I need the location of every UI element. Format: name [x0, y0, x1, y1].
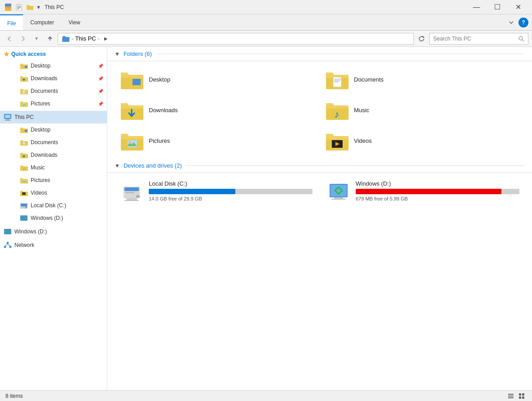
sidebar-item-desktop-pc[interactable]: Desktop: [0, 123, 107, 136]
tab-file[interactable]: File: [0, 14, 23, 30]
file-icon: [4, 3, 13, 12]
drive-item-c[interactable]: Local Disk (C:) 14.0 GB free of 29.9 GB: [115, 177, 318, 207]
music-icon-pc: ♪: [20, 164, 28, 172]
title-bar: ▼ This PC — ☐ ✕: [0, 0, 532, 14]
view-details-button[interactable]: [506, 391, 516, 401]
sidebar-item-pictures-qa[interactable]: Pictures 📌: [0, 97, 107, 110]
drives-section-title: Devices and drives (2): [124, 162, 182, 169]
sidebar-section-this-pc: This PC Desktop Documents Downloads: [0, 111, 107, 224]
minimize-button[interactable]: —: [466, 0, 487, 14]
folder-name-documents: Documents: [354, 76, 384, 83]
recent-locations-button[interactable]: ▼: [31, 33, 42, 45]
svg-rect-4: [17, 7, 21, 8]
svg-rect-29: [20, 215, 28, 221]
folder-name-music: Music: [354, 107, 369, 114]
folder-item-music[interactable]: ♪ Music: [320, 96, 525, 124]
drives-chevron-icon: ▼: [115, 163, 120, 169]
svg-rect-17: [6, 119, 9, 120]
sidebar-item-this-pc[interactable]: This PC: [0, 111, 107, 123]
close-button[interactable]: ✕: [508, 0, 528, 14]
folder-name-downloads: Downloads: [149, 107, 178, 114]
svg-rect-19: [25, 130, 27, 132]
svg-rect-50: [124, 200, 139, 201]
search-input[interactable]: [433, 36, 516, 42]
address-path[interactable]: › This PC › ▶: [58, 33, 414, 45]
sidebar-label-documents-pc: Documents: [31, 139, 58, 146]
new-folder-icon[interactable]: [25, 3, 34, 12]
sidebar-label-desktop-qa: Desktop: [31, 63, 50, 69]
sidebar-item-downloads-qa[interactable]: Downloads 📌: [0, 72, 107, 85]
tab-view[interactable]: View: [61, 14, 87, 30]
svg-rect-7: [63, 36, 65, 38]
up-button[interactable]: [44, 33, 56, 45]
downloads-folder-icon-qa: [20, 74, 28, 82]
sidebar-item-windows-d[interactable]: Windows (D:): [0, 212, 107, 224]
ribbon-collapse-button[interactable]: [506, 17, 517, 28]
sidebar-item-desktop-qa[interactable]: Desktop 📌: [0, 59, 107, 72]
svg-line-9: [522, 40, 524, 41]
sidebar-item-windows-d-root[interactable]: Windows (D:): [0, 225, 107, 238]
drive-item-d[interactable]: Windows (D:) 679 MB free of 5.99 GB: [321, 177, 525, 207]
title-bar-icons: ▼: [4, 3, 41, 12]
svg-rect-16: [5, 115, 10, 118]
help-button[interactable]: ?: [518, 18, 528, 27]
svg-rect-59: [522, 393, 524, 396]
sidebar-item-documents-pc[interactable]: Documents: [0, 136, 107, 149]
view-large-icons-button[interactable]: [517, 391, 527, 401]
svg-rect-58: [519, 393, 521, 396]
svg-line-35: [8, 244, 10, 246]
folder-item-pictures[interactable]: Pictures: [115, 126, 320, 155]
drives-section-header[interactable]: ▼ Devices and drives (2): [107, 159, 532, 173]
refresh-button[interactable]: [416, 33, 427, 45]
documents-folder-big-icon: [325, 68, 349, 90]
drive-d-space: 679 MB free of 5.99 GB: [356, 196, 519, 201]
videos-folder-big-icon: [325, 130, 349, 151]
network-icon: [4, 241, 12, 249]
sidebar-item-videos-pc[interactable]: Videos: [0, 187, 107, 199]
windows-d-icon: [20, 214, 28, 222]
back-button[interactable]: [4, 33, 15, 45]
pictures-folder-big-icon: [120, 130, 143, 151]
sidebar-item-network[interactable]: Network: [0, 239, 107, 251]
svg-rect-36: [133, 79, 141, 85]
main-layout: ★ Quick access Desktop 📌 Downloads 📌: [0, 47, 532, 390]
drive-d-name: Windows (D:): [356, 180, 519, 187]
sidebar-label-windows-d-pc: Windows (D:): [31, 215, 63, 221]
folder-item-documents[interactable]: Documents: [320, 65, 525, 94]
tab-computer[interactable]: Computer: [23, 14, 61, 30]
sidebar-item-documents-qa[interactable]: Documents 📌: [0, 85, 107, 97]
folder-item-desktop[interactable]: Desktop: [115, 65, 320, 94]
svg-rect-48: [125, 192, 134, 193]
drive-d-bar-bg: [356, 189, 519, 194]
forward-button[interactable]: [17, 33, 29, 45]
path-separator-2: ›: [98, 36, 100, 41]
folders-section-header[interactable]: ▼ Folders (6): [107, 47, 532, 61]
documents-folder-icon-qa: [20, 87, 28, 95]
sidebar-item-local-disk[interactable]: Local Disk (C:): [0, 199, 107, 212]
maximize-button[interactable]: ☐: [487, 0, 508, 14]
folder-item-downloads[interactable]: Downloads: [115, 96, 320, 124]
svg-rect-46: [124, 187, 139, 191]
svg-text:♪: ♪: [23, 167, 24, 170]
desktop-folder-icon: [20, 62, 28, 70]
sidebar-item-music-pc[interactable]: ♪ Music: [0, 161, 107, 174]
search-box[interactable]: [429, 33, 528, 45]
properties-icon[interactable]: [14, 3, 23, 12]
sidebar-header-quick-access[interactable]: ★ Quick access: [0, 49, 107, 59]
sidebar-label-windows-d-root: Windows (D:): [14, 228, 47, 235]
svg-point-28: [25, 207, 27, 208]
folder-item-videos[interactable]: Videos: [320, 126, 525, 155]
pin-icon-documents: 📌: [98, 89, 103, 94]
sidebar-item-pictures-pc[interactable]: Pictures: [0, 174, 107, 187]
svg-point-43: [129, 141, 131, 144]
dropdown-arrow[interactable]: ▼: [36, 5, 41, 10]
sidebar-label-this-pc: This PC: [14, 114, 34, 120]
pin-icon-downloads: 📌: [98, 76, 103, 81]
music-folder-big-icon: ♪: [325, 99, 349, 121]
svg-rect-42: [127, 140, 137, 147]
path-dropdown-button[interactable]: ▶: [101, 34, 110, 43]
sidebar-item-downloads-pc[interactable]: Downloads: [0, 149, 107, 161]
sidebar-label-local-disk: Local Disk (C:): [31, 202, 66, 209]
pictures-icon-pc: [20, 176, 28, 184]
folder-name-desktop: Desktop: [149, 76, 170, 83]
